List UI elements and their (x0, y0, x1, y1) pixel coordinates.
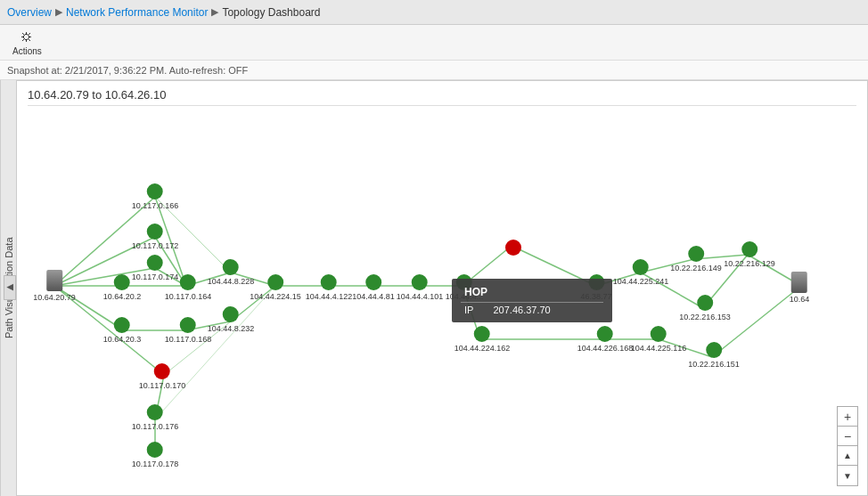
node-icon-n4 (114, 274, 130, 290)
node-label-n13: 104.44.224.15 (250, 292, 301, 301)
node-label-n11: 104.44.8.228 (208, 277, 255, 286)
breadcrumb-sep-2: ▶ (211, 6, 218, 18)
node-label-n9: 10.117.0.176 (132, 422, 179, 431)
node-icon-n15 (365, 274, 381, 290)
node-label-n27: 10.22.216.129 (724, 259, 775, 268)
sidebar-panel[interactable]: ▶ Path Visualization Data (0, 80, 16, 496)
node-label-n21: 104.44.226.168 (577, 344, 634, 353)
node-n21[interactable]: 104.44.226.168 (577, 326, 634, 353)
node-label-n18: 104.44.224.162 (454, 344, 511, 353)
node-n15[interactable]: 104.44.4.81 (352, 274, 395, 301)
main-area: ▶ Path Visualization Data 10.64.20.79 to… (0, 80, 868, 496)
node-label-n5: 10.117.0.164 (165, 292, 212, 301)
node-n5[interactable]: 10.117.0.164 (165, 274, 212, 301)
actions-button[interactable]: ⛭ Actions (7, 28, 47, 58)
node-icon-n24 (688, 246, 704, 262)
node-n9[interactable]: 10.117.0.176 (132, 404, 179, 431)
node-label-n2: 10.117.0.172 (132, 241, 179, 250)
breadcrumb-bar: Overview ▶ Network Performance Monitor ▶… (0, 0, 868, 25)
node-n16[interactable]: 104.44.4.101 (397, 274, 444, 301)
node-label-n24: 10.22.216.149 (670, 264, 722, 272)
node-icon-n22 (633, 259, 649, 275)
node-icon-n7 (180, 317, 196, 333)
node-label-n6: 10.64.20.3 (103, 335, 142, 344)
hop-tooltip: HOP IP 207.46.37.70 (452, 279, 612, 322)
node-icon-n1 (147, 183, 163, 199)
toolbar: ⛭ Actions (0, 25, 868, 61)
node-n22[interactable]: 104.44.225.241 (613, 259, 669, 286)
zoom-controls: + − ▲ ▼ (837, 406, 858, 486)
node-icon-n23 (651, 326, 667, 342)
node-n14[interactable]: 104.44.4.122 (306, 274, 353, 301)
zoom-minus-button[interactable]: − (838, 427, 857, 446)
breadcrumb-overview[interactable]: Overview (7, 6, 52, 19)
zoom-down-button[interactable]: ▼ (838, 466, 857, 485)
node-n1[interactable]: 10.117.0.166 (132, 183, 179, 210)
tooltip-hop-label: HOP (461, 284, 603, 303)
node-icon-n19 (505, 240, 521, 256)
node-icon-n25 (697, 295, 713, 311)
node-n27[interactable]: 10.22.216.129 (724, 241, 775, 268)
node-label-dst: 10.64 (790, 295, 810, 304)
breadcrumb-npm[interactable]: Network Performance Monitor (66, 6, 208, 19)
node-n25[interactable]: 10.22.216.153 (679, 295, 731, 321)
node-n8[interactable]: 10.117.0.170 (139, 363, 186, 390)
node-icon-n27 (741, 241, 757, 257)
node-label-n15: 104.44.4.81 (352, 292, 395, 301)
node-label-n14: 104.44.4.122 (306, 292, 353, 301)
tooltip-ip-value: 207.46.37.70 (489, 303, 603, 318)
node-icon-n13 (267, 274, 283, 290)
node-label-n25: 10.22.216.153 (679, 313, 731, 321)
node-n10[interactable]: 10.117.0.178 (132, 442, 179, 468)
node-n19[interactable] (505, 240, 521, 257)
node-n26[interactable]: 10.22.216.151 (688, 342, 740, 369)
node-label-n22: 104.44.225.241 (613, 277, 669, 286)
node-icon-n18 (474, 326, 490, 342)
node-n4[interactable]: 10.64.20.2 (103, 274, 142, 301)
route-title: 10.64.20.79 to 10.64.26.10 (28, 88, 856, 106)
node-n7[interactable]: 10.117.0.168 (165, 317, 212, 344)
snapshot-bar: Snapshot at: 2/21/2017, 9:36:22 PM. Auto… (0, 61, 868, 80)
breadcrumb-sep-1: ▶ (55, 6, 62, 18)
node-n13[interactable]: 104.44.224.15 (250, 274, 301, 301)
node-n6[interactable]: 10.64.20.3 (103, 317, 142, 344)
node-source[interactable]: 10.64.20.79 (33, 270, 76, 302)
node-icon-n9 (147, 404, 163, 420)
collapse-arrow[interactable]: ▶ (4, 276, 16, 301)
node-label-n4: 10.64.20.2 (103, 292, 142, 301)
zoom-up-button[interactable]: ▲ (838, 446, 857, 466)
node-n18[interactable]: 104.44.224.162 (454, 326, 511, 353)
node-icon-n2 (147, 224, 163, 240)
node-icon-n16 (412, 274, 428, 290)
node-label-n16: 104.44.4.101 (397, 292, 444, 301)
snapshot-text: Snapshot at: 2/21/2017, 9:36:22 PM. Auto… (7, 65, 248, 76)
topology-canvas[interactable]: 10.64.20.79 to 10.64.26.10 (16, 80, 868, 496)
node-label-n8: 10.117.0.170 (139, 381, 186, 390)
tooltip-ip-label: IP (461, 303, 489, 318)
breadcrumb-topology: Topology Dashboard (222, 6, 320, 19)
node-n12[interactable]: 104.44.8.232 (208, 306, 255, 333)
node-label-n10: 10.117.0.178 (132, 459, 179, 468)
node-label-n1: 10.117.0.166 (132, 201, 179, 210)
node-label-n23: 104.44.225.116 (631, 344, 687, 353)
node-label-n7: 10.117.0.168 (165, 335, 212, 344)
node-n2[interactable]: 10.117.0.172 (132, 224, 179, 250)
node-label-source: 10.64.20.79 (33, 293, 76, 302)
node-icon-dst (791, 272, 807, 293)
node-icon-n12 (223, 306, 239, 322)
node-icon-n14 (321, 274, 337, 290)
node-n11[interactable]: 104.44.8.228 (208, 259, 255, 286)
zoom-plus-button[interactable]: + (838, 407, 857, 427)
node-icon-n8 (154, 363, 170, 379)
node-icon-n26 (706, 342, 722, 358)
node-icon-n6 (114, 317, 130, 333)
node-icon-n5 (180, 274, 196, 290)
actions-icon: ⛭ (20, 29, 34, 45)
actions-label: Actions (12, 46, 42, 56)
node-n23[interactable]: 104.44.225.116 (631, 326, 687, 353)
node-icon-n21 (597, 326, 613, 342)
node-dst[interactable]: 10.64 (790, 272, 810, 304)
node-icon-source (46, 270, 62, 291)
node-n24[interactable]: 10.22.216.149 (670, 246, 722, 272)
node-icon-n3 (147, 255, 163, 271)
